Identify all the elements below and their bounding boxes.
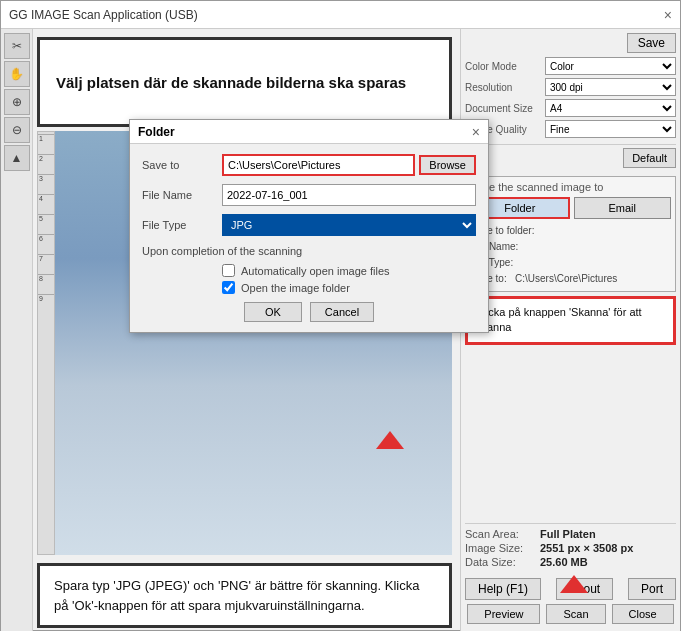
annotation-bottom-box: Spara typ 'JPG (JPEG)' och 'PNG' är bätt… <box>37 563 452 628</box>
dialog-auto-open-label: Automatically open image files <box>241 265 390 277</box>
preview-scan-buttons: Preview Scan Close <box>465 600 676 628</box>
dialog-file-type-row: File Type JPG PNG BMP TIFF PDF <box>142 214 476 236</box>
save-dest-title: Save the scanned image to <box>470 181 671 193</box>
color-mode-row: Color Mode Color Grayscale Black & White <box>465 57 676 75</box>
annotation-top-text: Välj platsen där de skannade bilderna sk… <box>56 74 406 91</box>
ruler-mark: 6 <box>38 234 54 254</box>
title-bar: GG IMAGE Scan Application (USB) × <box>1 1 680 29</box>
ruler-mark: 2 <box>38 154 54 174</box>
resolution-select[interactable]: 300 dpi 600 dpi 1200 dpi <box>545 78 676 96</box>
dialog-close-button[interactable]: × <box>472 124 480 140</box>
dest-info: Save to folder: File Name: File Type: Sa… <box>470 223 671 287</box>
save-destination-section: Save the scanned image to Folder Email S… <box>465 176 676 292</box>
window-close-button[interactable]: × <box>664 7 672 23</box>
data-size-label: Data Size: <box>465 556 540 568</box>
dialog-save-to-row: Save to Browse <box>142 154 476 176</box>
ruler-mark: 8 <box>38 274 54 294</box>
left-toolbar: ✂ ✋ ⊕ ⊖ ▲ <box>1 29 33 631</box>
resolution-row: Resolution 300 dpi 600 dpi 1200 dpi <box>465 78 676 96</box>
port-button[interactable]: Port <box>628 578 676 600</box>
save-button[interactable]: Save <box>627 33 676 53</box>
email-dest-button[interactable]: Email <box>574 197 672 219</box>
annotation-bottom-text: Spara typ 'JPG (JPEG)' och 'PNG' är bätt… <box>54 578 419 613</box>
brightness-tool-button[interactable]: ▲ <box>4 145 30 171</box>
folder-dialog: Folder × Save to Browse File Name File T… <box>129 119 489 333</box>
dialog-save-to-label: Save to <box>142 159 222 171</box>
image-size-row: Image Size: 2551 px × 3508 px <box>465 542 676 554</box>
dialog-file-type-select[interactable]: JPG PNG BMP TIFF PDF <box>222 214 476 236</box>
dialog-open-folder-row: Open the image folder <box>222 281 476 294</box>
dest-file-name: File Name: <box>470 239 671 255</box>
data-size-value: 25.60 MB <box>540 556 588 568</box>
scan-area-row: Scan Area: Full Platen <box>465 528 676 540</box>
scan-annotation-box: Klicka på knappen 'Skanna' för att skann… <box>465 296 676 345</box>
color-mode-label: Color Mode <box>465 61 545 72</box>
dest-save-to-folder: Save to folder: <box>470 223 671 239</box>
dialog-file-name-label: File Name <box>142 189 222 201</box>
image-size-value: 2551 px × 3508 px <box>540 542 633 554</box>
dialog-file-type-label: File Type <box>142 219 222 231</box>
dest-buttons-row: Folder Email <box>470 197 671 219</box>
dialog-file-name-input[interactable] <box>222 184 476 206</box>
ruler-mark: 7 <box>38 254 54 274</box>
ruler-mark: 4 <box>38 194 54 214</box>
dialog-file-name-row: File Name <box>142 184 476 206</box>
dialog-open-folder-checkbox[interactable] <box>222 281 235 294</box>
document-size-row: Document Size A4 Letter A3 <box>465 99 676 117</box>
dialog-save-to-input[interactable] <box>222 154 415 176</box>
scan-area-label: Scan Area: <box>465 528 540 540</box>
default-button[interactable]: Default <box>623 148 676 168</box>
data-size-row: Data Size: 25.60 MB <box>465 556 676 568</box>
save-row: Save <box>465 33 676 53</box>
dialog-completion-label: Upon completion of the scanning <box>142 245 302 257</box>
dialog-browse-button[interactable]: Browse <box>419 155 476 175</box>
scan-annotation-text: Klicka på knappen 'Skanna' för att skann… <box>476 306 642 333</box>
scan-info-section: Scan Area: Full Platen Image Size: 2551 … <box>465 523 676 570</box>
dialog-open-folder-label: Open the image folder <box>241 282 350 294</box>
dialog-cancel-button[interactable]: Cancel <box>310 302 374 322</box>
ruler-mark: 9 <box>38 294 54 314</box>
color-mode-select[interactable]: Color Grayscale Black & White <box>545 57 676 75</box>
window-title: GG IMAGE Scan Application (USB) <box>9 8 198 22</box>
document-size-label: Document Size <box>465 103 545 114</box>
annotation-top-box: Välj platsen där de skannade bilderna sk… <box>37 37 452 127</box>
dialog-auto-open-checkbox[interactable] <box>222 264 235 277</box>
image-quality-select[interactable]: Fine Normal Draft <box>545 120 676 138</box>
dest-save-to: Save to: C:\Users\Core\Pictures <box>470 271 671 287</box>
document-size-select[interactable]: A4 Letter A3 <box>545 99 676 117</box>
close-button[interactable]: Close <box>612 604 674 624</box>
ruler-left: 1 2 3 4 5 6 7 8 9 <box>37 131 55 555</box>
dialog-body: Save to Browse File Name File Type JPG P… <box>130 144 488 332</box>
ruler-mark: 1 <box>38 134 54 154</box>
main-window: GG IMAGE Scan Application (USB) × ✂ ✋ ⊕ … <box>0 0 681 631</box>
ruler-mark: 3 <box>38 174 54 194</box>
image-size-label: Image Size: <box>465 542 540 554</box>
preview-button[interactable]: Preview <box>467 604 540 624</box>
dialog-title-bar: Folder × <box>130 120 488 144</box>
ruler-mark: 5 <box>38 214 54 234</box>
dialog-action-buttons: OK Cancel <box>142 302 476 322</box>
dialog-ok-button[interactable]: OK <box>244 302 302 322</box>
right-panel: Save Color Mode Color Grayscale Black & … <box>460 29 680 631</box>
dest-file-type: File Type: <box>470 255 671 271</box>
zoom-out-button[interactable]: ⊖ <box>4 117 30 143</box>
help-button[interactable]: Help (F1) <box>465 578 541 600</box>
zoom-in-button[interactable]: ⊕ <box>4 89 30 115</box>
image-quality-row: Image Quality Fine Normal Draft <box>465 120 676 138</box>
scan-area-value: Full Platen <box>540 528 596 540</box>
resolution-label: Resolution <box>465 82 545 93</box>
hand-tool-button[interactable]: ✋ <box>4 61 30 87</box>
dialog-title: Folder <box>138 125 175 139</box>
dialog-auto-open-row: Automatically open image files <box>222 264 476 277</box>
crop-tool-button[interactable]: ✂ <box>4 33 30 59</box>
scan-button[interactable]: Scan <box>546 604 605 624</box>
